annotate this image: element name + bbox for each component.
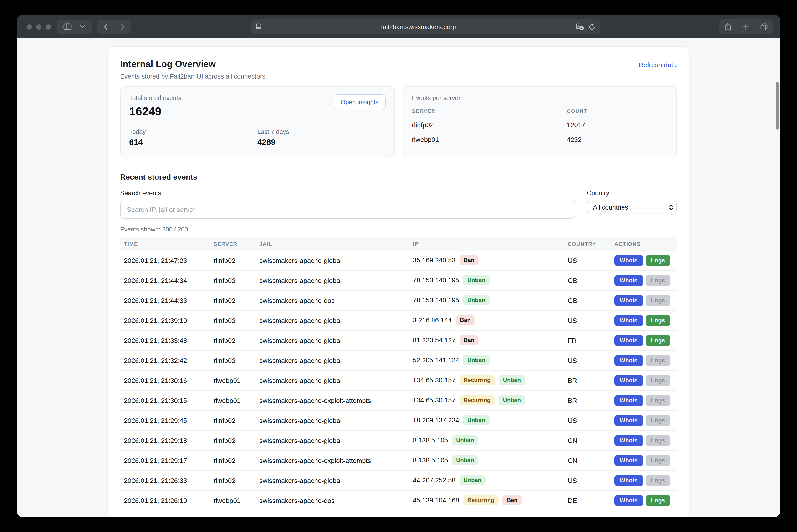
forward-button[interactable]	[118, 23, 127, 30]
whois-button[interactable]: Whois	[614, 435, 643, 446]
window-controls[interactable]	[27, 24, 51, 29]
whois-button[interactable]: Whois	[614, 455, 643, 466]
country-cell: FR	[564, 337, 611, 344]
events-table-body: 2026.01.21, 21:47:23 rlinfp02 swissmaker…	[120, 250, 677, 510]
whois-button[interactable]: Whois	[614, 294, 643, 306]
logs-button[interactable]: Logs	[646, 274, 670, 286]
jail-cell: swissmakers-apache-global	[255, 357, 409, 364]
ip-text: 8.138.5.105	[413, 457, 448, 464]
events-table-header: TIME SERVER JAIL IP COUNTRY ACTIONS	[120, 237, 677, 250]
jail-cell: swissmakers-apache-global	[255, 277, 409, 284]
browser-titlebar: fail2ban.swissmakers.corp A x	[17, 15, 780, 38]
country-cell: US	[564, 256, 611, 264]
whois-button[interactable]: Whois	[614, 395, 643, 406]
sidebar-toggle-button[interactable]	[61, 23, 74, 30]
logs-button[interactable]: Logs	[646, 475, 670, 486]
sidebar-menu-button[interactable]	[78, 25, 87, 28]
time-cell: 2026.01.21, 21:26:33	[120, 476, 210, 484]
time-cell: 2026.01.21, 21:39:10	[120, 317, 210, 324]
whois-button[interactable]: Whois	[614, 475, 643, 486]
col-time: TIME	[120, 241, 210, 247]
zoom-window-icon[interactable]	[46, 24, 51, 29]
per-server-title: Events per server	[412, 94, 668, 101]
logs-button[interactable]: Logs	[646, 254, 670, 266]
ip-cell: 18.209.137.234 Unban	[409, 416, 564, 425]
logs-button[interactable]: Logs	[646, 415, 670, 426]
event-row: 2026.01.21, 21:32:42 rlinfp02 swissmaker…	[120, 350, 677, 370]
whois-button[interactable]: Whois	[614, 315, 643, 326]
server-cell: rlinfp02	[210, 457, 255, 464]
actions-cell: Whois Logs	[611, 355, 678, 366]
ip-text: 45.139.104.168	[413, 496, 459, 504]
logs-button[interactable]: Logs	[646, 294, 670, 306]
today-label: Today	[129, 128, 257, 135]
whois-button[interactable]: Whois	[614, 335, 643, 346]
country-cell: US	[564, 357, 611, 364]
events-per-server-card: Events per server SERVER COUNT rlinfp02 …	[403, 86, 677, 157]
whois-button[interactable]: Whois	[614, 254, 643, 266]
tab-overview-button[interactable]	[758, 23, 770, 30]
whois-button[interactable]: Whois	[614, 375, 643, 386]
nav-divider	[114, 22, 114, 31]
per-server-name: rlwebp01	[412, 136, 567, 144]
back-button[interactable]	[102, 23, 110, 30]
server-cell: rlwebp01	[210, 397, 255, 404]
search-input[interactable]	[120, 201, 575, 218]
unban-badge: Unban	[499, 376, 525, 385]
ip-text: 44.207.252.58	[413, 476, 455, 484]
logs-button[interactable]: Logs	[646, 375, 670, 386]
translate-icon[interactable]: A x	[576, 23, 584, 30]
country-cell: CN	[564, 457, 611, 464]
svg-text:x: x	[581, 26, 582, 30]
open-insights-button[interactable]: Open insights	[333, 94, 386, 110]
country-cell: BR	[564, 377, 611, 384]
ip-text: 52.205.141.124	[413, 357, 459, 364]
unban-badge: Unban	[499, 396, 525, 405]
ban-badge: Ban	[456, 316, 475, 325]
logs-button[interactable]: Logs	[646, 355, 670, 366]
ip-cell: 35.169.240.53 Ban	[409, 255, 564, 265]
unban-badge: Unban	[463, 276, 490, 285]
badge-group: RecurringBan	[463, 496, 522, 505]
logs-button[interactable]: Logs	[646, 455, 670, 466]
toolbar-right-buttons	[719, 19, 773, 34]
minimize-window-icon[interactable]	[36, 24, 41, 29]
country-select[interactable]: All countries	[587, 201, 677, 213]
logs-button[interactable]: Logs	[646, 335, 670, 346]
ip-cell: 8.138.5.105 Unban	[409, 436, 564, 445]
refresh-data-link[interactable]: Refresh data	[639, 61, 677, 69]
time-cell: 2026.01.21, 21:30:15	[120, 397, 210, 404]
ip-cell: 8.138.5.105 Unban	[409, 456, 564, 465]
address-bar[interactable]: fail2ban.swissmakers.corp A x	[251, 19, 600, 34]
actions-cell: Whois Logs	[611, 435, 678, 446]
whois-button[interactable]: Whois	[614, 415, 643, 426]
country-cell: GB	[564, 277, 611, 284]
ip-cell: 44.207.252.58 Unban	[409, 476, 564, 485]
per-server-count: 12017	[567, 121, 668, 129]
unban-badge: Unban	[463, 296, 490, 305]
jail-cell: swissmakers-apache-global	[255, 417, 409, 424]
whois-button[interactable]: Whois	[614, 274, 643, 286]
time-cell: 2026.01.21, 21:29:17	[120, 457, 210, 464]
logs-button[interactable]: Logs	[646, 495, 670, 506]
scrollbar-thumb[interactable]	[776, 82, 779, 130]
unban-badge: Unban	[463, 416, 490, 425]
time-cell: 2026.01.21, 21:29:18	[120, 437, 210, 444]
server-cell: rlinfp02	[210, 256, 255, 264]
actions-cell: Whois Logs	[611, 335, 678, 346]
share-button[interactable]	[722, 23, 733, 31]
per-server-col-count: COUNT	[567, 108, 668, 114]
whois-button[interactable]: Whois	[614, 495, 643, 506]
badge-group: Ban	[456, 316, 475, 325]
jail-cell: swissmakers-apache-global	[255, 256, 409, 264]
event-row: 2026.01.21, 21:44:33 rlinfp02 swissmaker…	[120, 290, 677, 310]
whois-button[interactable]: Whois	[614, 355, 643, 366]
logs-button[interactable]: Logs	[646, 315, 670, 326]
page-format-icon[interactable]	[255, 23, 261, 30]
logs-button[interactable]: Logs	[646, 395, 670, 406]
close-window-icon[interactable]	[27, 24, 32, 29]
logs-button[interactable]: Logs	[646, 435, 670, 446]
new-tab-button[interactable]	[740, 23, 751, 30]
address-bar-area: fail2ban.swissmakers.corp A x	[137, 19, 713, 34]
reload-icon[interactable]	[588, 23, 595, 30]
